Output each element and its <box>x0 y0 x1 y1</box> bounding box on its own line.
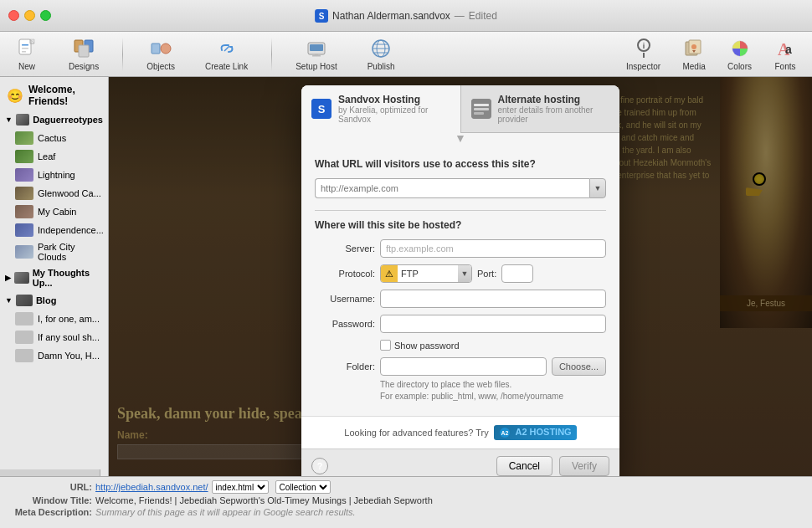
sidebar-item-label-blog1: I, for one, am... <box>38 314 100 324</box>
help-button[interactable]: ? <box>311 458 328 474</box>
svg-point-29 <box>691 44 696 49</box>
protocol-select[interactable]: ⚠ FTP ▼ <box>380 264 472 283</box>
svg-rect-11 <box>79 45 89 57</box>
sidebar-resize-handle[interactable] <box>0 469 100 476</box>
file-select[interactable]: index.html <box>212 480 269 494</box>
show-password-checkbox[interactable] <box>380 340 391 351</box>
sidebar-item-label-mycabin: My Cabin <box>38 207 76 217</box>
svg-text:a: a <box>785 43 792 56</box>
url-input-container: ▼ <box>315 178 606 198</box>
sidebar-item-label-glenwood: Glenwood Ca... <box>38 188 101 198</box>
meta-desc-label: Meta Description: <box>8 507 92 517</box>
cancel-button[interactable]: Cancel <box>496 456 552 476</box>
choose-button[interactable]: Choose... <box>552 357 606 376</box>
sidebar-item-cactus[interactable]: Cactus <box>0 129 108 147</box>
svg-rect-18 <box>312 55 321 57</box>
folder-input[interactable] <box>380 357 547 376</box>
fonts-button[interactable]: A a Fonts <box>767 33 804 74</box>
sidebar-thumb-leaf <box>15 150 33 163</box>
server-input[interactable] <box>380 239 606 258</box>
sidebar-item-independence[interactable]: Independence... <box>0 221 108 239</box>
sidebar-item-blog3[interactable]: Damn You, H... <box>0 346 108 365</box>
sidebar-item-label-blog3: Damn You, H... <box>38 351 100 361</box>
sidebar-item-glenwood[interactable]: Glenwood Ca... <box>0 184 108 202</box>
designs-icon <box>72 37 95 60</box>
folder-hint-line1: The directory to place the web files. <box>380 379 606 391</box>
protocol-value: FTP <box>398 269 458 279</box>
objects-button[interactable]: Objects <box>140 33 182 74</box>
svg-text:S: S <box>318 103 326 115</box>
window-title-status-label: Window Title: <box>8 495 92 505</box>
sidebar-welcome-header[interactable]: 😊 Welcome, Friends! <box>0 80 108 110</box>
sidebar-thumb-lightning <box>15 168 33 182</box>
sidebar-item-blog2[interactable]: If any soul sh... <box>0 328 108 346</box>
media-button[interactable]: Media <box>676 33 712 74</box>
footer-buttons: Cancel Verify <box>496 456 609 476</box>
verify-button[interactable]: Verify <box>559 456 609 476</box>
status-meta-desc-row: Meta Description: Summary of this page a… <box>8 507 804 517</box>
sidebar-daguerreotypes-header[interactable]: ▼ Daguerreotypes <box>0 110 108 129</box>
sidebar-item-mycabin[interactable]: My Cabin <box>0 202 108 221</box>
designs-button[interactable]: Designs <box>62 33 105 74</box>
publish-label: Publish <box>367 62 395 71</box>
toolbar-sep-1 <box>122 38 123 71</box>
port-input[interactable]: 21 <box>501 264 533 283</box>
setup-host-button[interactable]: Setup Host <box>289 33 343 74</box>
svg-rect-37 <box>474 104 489 106</box>
alt-tab-title: Alternate hosting <box>498 94 610 105</box>
sidebar-item-label-blog2: If any soul sh... <box>38 332 100 342</box>
inspector-button[interactable]: i Inspector <box>619 33 667 74</box>
sidebar-item-parkcity[interactable]: Park City Clouds <box>0 239 108 264</box>
modal-footer: ? Cancel Verify <box>301 449 619 476</box>
username-input[interactable] <box>380 290 606 308</box>
url-status-value[interactable]: http://jebediah.sandvox.net/ <box>95 482 208 492</box>
publish-button[interactable]: Publish <box>361 33 402 74</box>
svg-rect-8 <box>22 51 26 53</box>
sidebar-item-lightning[interactable]: Lightning <box>0 166 108 184</box>
sidebar-thumb-cactus <box>15 131 33 145</box>
collection-select[interactable]: Collection <box>275 480 331 494</box>
sidebar-thumb-glenwood <box>15 187 33 200</box>
publish-icon <box>369 37 393 60</box>
sidebar-item-blog1[interactable]: I, for one, am... <box>0 310 108 328</box>
password-input[interactable] <box>380 315 606 333</box>
sidebar-welcome-icon: 😊 <box>7 88 23 104</box>
new-button[interactable]: New <box>8 33 45 74</box>
url-input[interactable] <box>315 178 589 198</box>
protocol-row: Protocol: ⚠ FTP ▼ Port: 21 <box>315 264 606 283</box>
sidebar-item-leaf[interactable]: Leaf <box>0 147 108 166</box>
sidebar-thumb-mycabin <box>15 205 33 218</box>
maximize-button[interactable] <box>40 10 51 21</box>
a2-promo-text: Looking for advanced features? Try <box>344 428 488 438</box>
svg-text:i: i <box>642 42 645 50</box>
sidebar-blog-icon: ▼ <box>5 296 13 305</box>
close-button[interactable] <box>8 10 19 21</box>
server-row: Server: <box>315 239 606 258</box>
a2-hosting-logo[interactable]: A2 A2 HOSTING <box>494 425 577 440</box>
fonts-label: Fonts <box>774 62 795 71</box>
tab-alternate-hosting[interactable]: Alternate hosting enter details from ano… <box>461 85 620 132</box>
svg-rect-38 <box>474 108 489 110</box>
objects-label: Objects <box>146 62 175 71</box>
sidebar-blog-header[interactable]: ▼ Blog <box>0 291 108 310</box>
protocol-dropdown-arrow[interactable]: ▼ <box>458 265 471 282</box>
window-title-status-value: Welcome, Friends! | Jebediah Sepworth's … <box>95 495 433 505</box>
colors-button[interactable]: Colors <box>721 33 758 74</box>
toolbar: New Designs Objects Cre <box>0 32 812 77</box>
tab-sandvox-hosting[interactable]: S Sandvox Hosting by Karelia, optimized … <box>301 85 460 133</box>
toolbar-right: i Inspector Media <box>619 33 804 74</box>
sidebar-thumb-blog2 <box>15 331 33 344</box>
url-dropdown-button[interactable]: ▼ <box>589 178 606 198</box>
traffic-lights <box>0 10 51 21</box>
sidebar-mythoughts-header[interactable]: ▶ My Thoughts Up... <box>0 264 108 291</box>
sidebar-item-label-independence: Independence... <box>38 225 104 235</box>
designs-label: Designs <box>69 62 99 71</box>
create-link-button[interactable]: Create Link <box>198 33 254 74</box>
sidebar-thumb-blog1 <box>15 312 33 326</box>
media-label: Media <box>682 62 705 71</box>
minimize-button[interactable] <box>24 10 35 21</box>
titlebar: S Nathan Alderman.sandvox — Edited <box>0 0 812 32</box>
sidebar-thumb-independence <box>15 223 33 237</box>
setup-host-label: Setup Host <box>296 62 337 71</box>
app-icon: S <box>315 9 328 23</box>
